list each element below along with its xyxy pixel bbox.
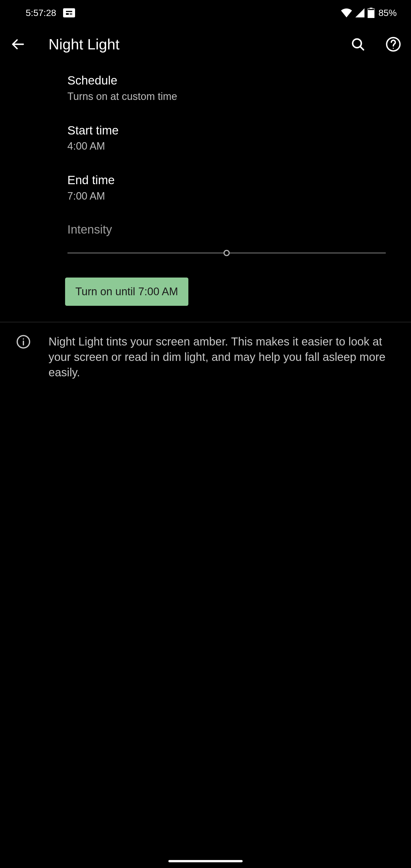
info-icon (16, 334, 31, 349)
svg-point-15 (23, 338, 24, 340)
start-time-setting[interactable]: Start time 4:00 AM (0, 113, 411, 163)
intensity-setting: Intensity (0, 212, 411, 261)
turn-on-button[interactable]: Turn on until 7:00 AM (65, 278, 188, 306)
help-button[interactable] (385, 36, 402, 53)
end-time-setting[interactable]: End time 7:00 AM (0, 162, 411, 212)
cell-signal-icon (355, 8, 365, 18)
schedule-title: Schedule (67, 73, 400, 88)
schedule-setting[interactable]: Schedule Turns on at custom time (0, 63, 411, 113)
svg-point-12 (393, 48, 394, 49)
svg-line-10 (360, 46, 363, 50)
svg-rect-1 (66, 11, 72, 12)
nav-handle[interactable] (168, 860, 243, 862)
app-bar: Night Light (0, 26, 411, 63)
end-time-title: End time (67, 173, 400, 188)
svg-rect-0 (65, 10, 73, 16)
svg-rect-3 (70, 13, 72, 14)
svg-rect-2 (66, 13, 69, 15)
news-icon (63, 8, 75, 18)
intensity-label: Intensity (67, 223, 386, 237)
battery-percentage: 85% (378, 8, 397, 18)
wifi-icon (341, 8, 352, 18)
info-section: Night Light tints your screen amber. Thi… (0, 322, 411, 392)
search-button[interactable] (349, 36, 367, 53)
slider-thumb[interactable] (223, 250, 230, 256)
info-text: Night Light tints your screen amber. Thi… (49, 334, 397, 380)
status-time: 5:57:28 (26, 8, 56, 18)
status-bar: 5:57:28 85% (0, 0, 411, 26)
svg-rect-7 (368, 10, 374, 18)
schedule-subtitle: Turns on at custom time (67, 91, 400, 102)
battery-icon (368, 8, 375, 18)
back-button[interactable] (9, 36, 26, 53)
start-time-value: 4:00 AM (67, 140, 400, 152)
end-time-value: 7:00 AM (67, 190, 400, 202)
page-title: Night Light (49, 36, 331, 53)
intensity-slider[interactable] (67, 250, 386, 256)
svg-rect-4 (70, 14, 72, 15)
start-time-title: Start time (67, 123, 400, 138)
